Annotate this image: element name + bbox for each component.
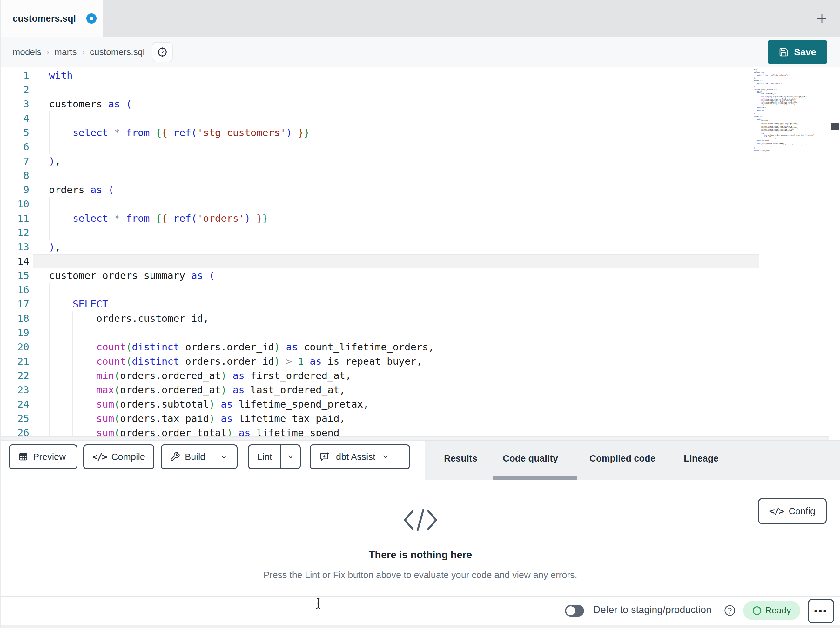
code-line: 4 xyxy=(1,111,827,125)
help-icon[interactable] xyxy=(723,604,736,618)
lint-label: Lint xyxy=(257,452,272,462)
breadcrumb-models[interactable]: models xyxy=(13,47,41,57)
chevron-down-icon xyxy=(286,452,295,461)
code-line: 8 xyxy=(1,168,827,183)
editor-action-strip: Preview </> Compile Build xyxy=(1,440,840,480)
wrench-icon xyxy=(170,452,180,462)
lint-dropdown-button[interactable] xyxy=(280,445,300,468)
build-split-button: Build xyxy=(161,445,238,469)
code-line: 23 max(orders.ordered_at) as last_ordere… xyxy=(1,383,827,397)
code-line: 20 count(distinct orders.order_id) as co… xyxy=(1,340,827,354)
build-dropdown-button[interactable] xyxy=(214,445,234,468)
code-line: 15customer_orders_summary as ( xyxy=(1,269,827,283)
breadcrumb-row: models › marts › customers.sql Sa xyxy=(1,37,840,67)
new-tab-button[interactable] xyxy=(814,10,830,27)
code-line: 22 min(orders.ordered_at) as first_order… xyxy=(1,369,827,383)
code-editor[interactable]: 1with23customers as (45 select * from {{… xyxy=(1,67,840,441)
active-tab-indicator xyxy=(493,476,577,480)
code-line: 13), xyxy=(1,240,827,254)
result-tabs: Results Code quality Compiled code Linea… xyxy=(425,440,840,480)
chevron-down-icon xyxy=(219,452,228,461)
compile-button[interactable]: </> Compile xyxy=(83,445,154,469)
code-slash-icon xyxy=(1,506,840,534)
toolbar: Preview </> Compile Build xyxy=(1,440,425,480)
file-tab-customers-sql[interactable]: customers.sql xyxy=(1,0,103,37)
status-circle-icon xyxy=(753,606,761,615)
save-floppy-icon xyxy=(779,47,789,57)
status-badge-label: Ready xyxy=(765,606,791,615)
code-line: 3customers as ( xyxy=(1,97,827,111)
lineage-compass-button[interactable] xyxy=(152,42,173,62)
preview-button[interactable]: Preview xyxy=(9,445,77,469)
vertical-scrollbar[interactable] xyxy=(829,67,840,441)
code-line: 19 xyxy=(1,326,827,340)
more-options-button[interactable]: ••• xyxy=(808,599,834,623)
compile-label: Compile xyxy=(112,452,145,462)
code-quality-panel: </> Config There is nothing here Press t… xyxy=(1,480,840,596)
tab-code-quality[interactable]: Code quality xyxy=(503,453,558,464)
file-tab-title: customers.sql xyxy=(13,13,76,24)
defer-toggle[interactable] xyxy=(565,605,584,617)
save-label: Save xyxy=(794,47,816,57)
code-line: 7), xyxy=(1,154,827,168)
code-line: 9orders as ( xyxy=(1,183,827,197)
chevron-down-icon xyxy=(381,452,390,461)
toggle-knob xyxy=(566,606,575,615)
lint-button[interactable]: Lint xyxy=(249,445,280,468)
tabbar-divider xyxy=(802,3,803,34)
window-bottom-edge xyxy=(1,625,840,628)
scrollbar-thumb[interactable] xyxy=(831,123,839,130)
breadcrumb-marts[interactable]: marts xyxy=(55,47,77,57)
breadcrumb-separator: › xyxy=(82,47,85,57)
code-line: 17 SELECT xyxy=(1,297,827,311)
code-line: 25 sum(orders.tax_paid) as lifetime_tax_… xyxy=(1,411,827,426)
status-bar: Defer to staging/production Ready ••• xyxy=(1,596,840,625)
code-lines[interactable]: 1with23customers as (45 select * from {{… xyxy=(1,68,827,440)
file-tab-bar: customers.sql xyxy=(1,0,840,37)
code-line: 16 xyxy=(1,283,827,297)
tab-lineage[interactable]: Lineage xyxy=(684,453,719,464)
code-line: 12 xyxy=(1,226,827,240)
build-button[interactable]: Build xyxy=(162,445,214,468)
code-line: 2 xyxy=(1,82,827,97)
code-line: 14 xyxy=(1,254,827,269)
assist-chat-icon xyxy=(319,451,330,462)
table-icon xyxy=(18,452,28,462)
preview-label: Preview xyxy=(33,452,66,462)
code-line: 18 orders.customer_id, xyxy=(1,311,827,326)
dbt-ide-window: customers.sql models › marts › customers… xyxy=(0,0,840,628)
tab-compiled-code[interactable]: Compiled code xyxy=(589,453,655,464)
plus-icon xyxy=(815,12,829,25)
tab-results[interactable]: Results xyxy=(444,453,477,464)
compass-icon xyxy=(156,46,168,58)
build-label: Build xyxy=(185,452,205,462)
code-line: 24 sum(orders.subtotal) as lifetime_spen… xyxy=(1,397,827,411)
code-line: 11 select * from {{ ref('orders') }} xyxy=(1,211,827,226)
code-line: 21 count(distinct orders.order_id) > 1 a… xyxy=(1,354,827,369)
breadcrumb-file[interactable]: customers.sql xyxy=(90,47,145,57)
unsaved-changes-dot-icon xyxy=(86,13,96,24)
status-badge: Ready xyxy=(743,601,800,620)
minimap[interactable]: with customers as ( select * from {{ ref… xyxy=(754,69,829,234)
code-line: 5 select * from {{ ref('stg_customers') … xyxy=(1,125,827,140)
empty-state-subtitle: Press the Lint or Fix button above to ev… xyxy=(1,570,840,581)
code-line: 10 xyxy=(1,197,827,211)
save-button[interactable]: Save xyxy=(767,40,827,64)
empty-state-title: There is nothing here xyxy=(1,549,840,561)
code-icon: </> xyxy=(92,452,107,462)
dbt-assist-button[interactable]: dbt Assist xyxy=(309,445,410,469)
dbt-assist-label: dbt Assist xyxy=(336,452,376,462)
code-line: 6 xyxy=(1,140,827,154)
breadcrumb-separator: › xyxy=(46,47,49,57)
text-cursor-icon xyxy=(314,597,323,611)
lint-split-button: Lint xyxy=(248,445,301,469)
defer-label: Defer to staging/production xyxy=(593,604,711,615)
code-line: 1with xyxy=(1,68,827,82)
